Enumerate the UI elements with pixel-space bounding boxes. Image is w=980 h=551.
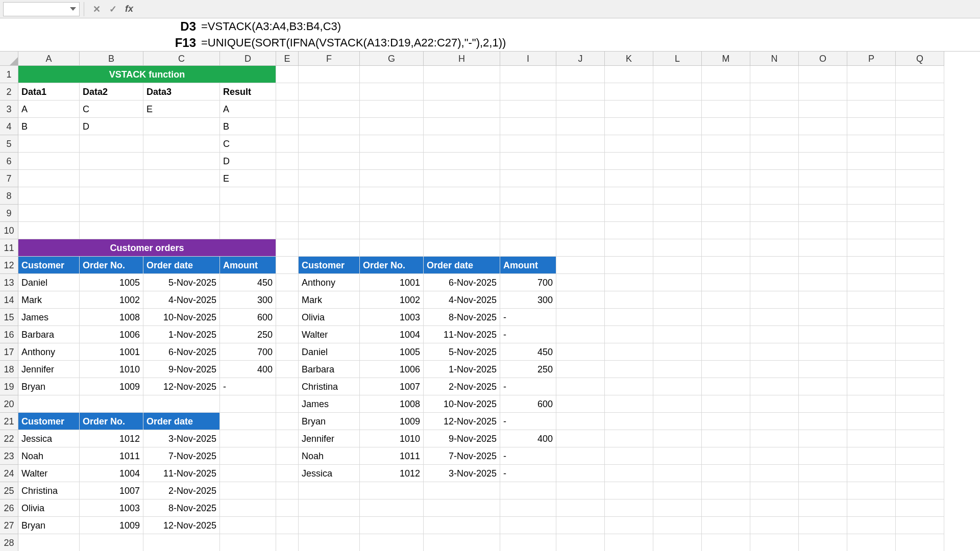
cell-A23[interactable]: Noah [18, 447, 80, 465]
cell-L24[interactable] [653, 465, 702, 482]
cell-M22[interactable] [702, 430, 750, 447]
cell-D10[interactable] [220, 222, 276, 239]
cell-B8[interactable] [80, 187, 143, 205]
cell-H16[interactable]: 11-Nov-2025 [424, 326, 500, 343]
cell-D22[interactable] [220, 430, 276, 447]
cell-P3[interactable] [847, 101, 896, 118]
cell-E20[interactable] [276, 395, 299, 413]
cell-L22[interactable] [653, 430, 702, 447]
cell-A3[interactable]: A [18, 101, 80, 118]
cell-F18[interactable]: Barbara [299, 361, 360, 378]
cell-O24[interactable] [799, 465, 847, 482]
cell-K6[interactable] [605, 153, 653, 170]
cell-J10[interactable] [556, 222, 605, 239]
cell-A28[interactable] [18, 534, 80, 551]
cell-C21[interactable]: Order date [143, 413, 220, 430]
cell-J17[interactable] [556, 343, 605, 361]
cell-C16[interactable]: 1-Nov-2025 [143, 326, 220, 343]
cell-E5[interactable] [276, 135, 299, 153]
cell-O16[interactable] [799, 326, 847, 343]
cell-D3[interactable]: A [220, 101, 276, 118]
cell-C27[interactable]: 12-Nov-2025 [143, 517, 220, 534]
cell-M2[interactable] [702, 83, 750, 101]
row-header[interactable]: 6 [0, 153, 18, 170]
cell-E26[interactable] [276, 499, 299, 517]
cell-O26[interactable] [799, 499, 847, 517]
cell-M3[interactable] [702, 101, 750, 118]
cell-K15[interactable] [605, 309, 653, 326]
cell-G18[interactable]: 1006 [360, 361, 424, 378]
cell-O14[interactable] [799, 291, 847, 309]
cell-F23[interactable]: Noah [299, 447, 360, 465]
cell-G8[interactable] [360, 187, 424, 205]
cell-K26[interactable] [605, 499, 653, 517]
cell-I9[interactable] [500, 205, 556, 222]
cell-L18[interactable] [653, 361, 702, 378]
cell-Q3[interactable] [896, 101, 944, 118]
cell-O12[interactable] [799, 257, 847, 274]
column-header[interactable]: E [276, 52, 299, 66]
cell-N25[interactable] [750, 482, 799, 499]
row-header[interactable]: 20 [0, 395, 18, 413]
cell-N8[interactable] [750, 187, 799, 205]
cell-K11[interactable] [605, 239, 653, 257]
cell-E11[interactable] [276, 239, 299, 257]
cell-I27[interactable] [500, 517, 556, 534]
cell-F21[interactable]: Bryan [299, 413, 360, 430]
cell-F14[interactable]: Mark [299, 291, 360, 309]
cell-G25[interactable] [360, 482, 424, 499]
row-header[interactable]: 3 [0, 101, 18, 118]
cell-H13[interactable]: 6-Nov-2025 [424, 274, 500, 291]
cell-N5[interactable] [750, 135, 799, 153]
cell-C14[interactable]: 4-Nov-2025 [143, 291, 220, 309]
cell-C17[interactable]: 6-Nov-2025 [143, 343, 220, 361]
cell-G2[interactable] [360, 83, 424, 101]
cell-O22[interactable] [799, 430, 847, 447]
cell-E2[interactable] [276, 83, 299, 101]
cell-J1[interactable] [556, 66, 605, 83]
cell-D8[interactable] [220, 187, 276, 205]
cell-K9[interactable] [605, 205, 653, 222]
cell-F25[interactable] [299, 482, 360, 499]
cell-L13[interactable] [653, 274, 702, 291]
cell-N18[interactable] [750, 361, 799, 378]
cell-M17[interactable] [702, 343, 750, 361]
cell-L26[interactable] [653, 499, 702, 517]
cell-N22[interactable] [750, 430, 799, 447]
cell-O3[interactable] [799, 101, 847, 118]
cell-C3[interactable]: E [143, 101, 220, 118]
cell-M24[interactable] [702, 465, 750, 482]
cell-F27[interactable] [299, 517, 360, 534]
cell-G14[interactable]: 1002 [360, 291, 424, 309]
cell-Q23[interactable] [896, 447, 944, 465]
cell-O27[interactable] [799, 517, 847, 534]
cell-C20[interactable] [143, 395, 220, 413]
chevron-down-icon[interactable] [70, 7, 76, 11]
cell-H26[interactable] [424, 499, 500, 517]
cell-Q9[interactable] [896, 205, 944, 222]
cell-D27[interactable] [220, 517, 276, 534]
cell-K18[interactable] [605, 361, 653, 378]
cell-K22[interactable] [605, 430, 653, 447]
cell-D19[interactable]: - [220, 378, 276, 395]
cell-Q13[interactable] [896, 274, 944, 291]
cell-J27[interactable] [556, 517, 605, 534]
cell-G24[interactable]: 1012 [360, 465, 424, 482]
cell-J20[interactable] [556, 395, 605, 413]
cell-C23[interactable]: 7-Nov-2025 [143, 447, 220, 465]
cell-C19[interactable]: 12-Nov-2025 [143, 378, 220, 395]
cell-E24[interactable] [276, 465, 299, 482]
cell-H14[interactable]: 4-Nov-2025 [424, 291, 500, 309]
cell-B9[interactable] [80, 205, 143, 222]
cell-J26[interactable] [556, 499, 605, 517]
cell-Q2[interactable] [896, 83, 944, 101]
cell-N10[interactable] [750, 222, 799, 239]
cell-B16[interactable]: 1006 [80, 326, 143, 343]
cell-A19[interactable]: Bryan [18, 378, 80, 395]
cell-D23[interactable] [220, 447, 276, 465]
cell-A7[interactable] [18, 170, 80, 187]
cell-E28[interactable] [276, 534, 299, 551]
cell-D4[interactable]: B [220, 118, 276, 135]
cell-A6[interactable] [18, 153, 80, 170]
cell-P11[interactable] [847, 239, 896, 257]
